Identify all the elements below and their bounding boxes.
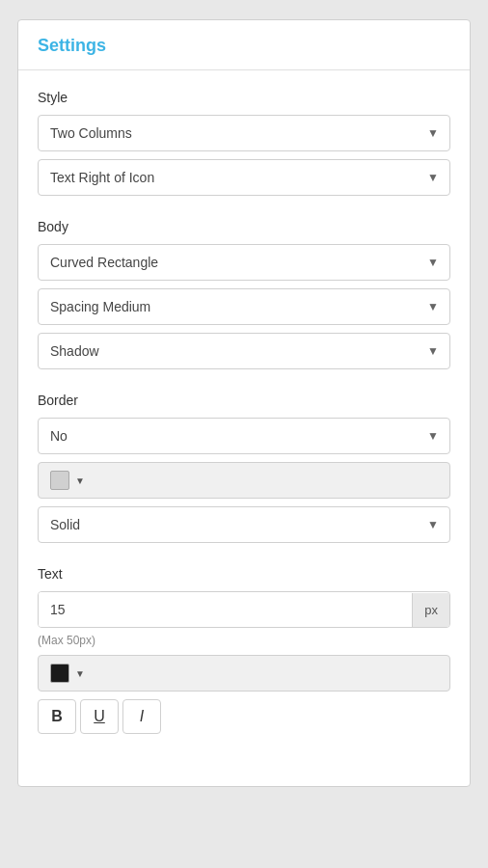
text-section-label: Text xyxy=(38,566,450,582)
border-style-select[interactable]: Solid Dashed Dotted xyxy=(38,506,450,543)
panel-content: Style Two Columns One Column Three Colum… xyxy=(18,70,470,734)
spacing-select[interactable]: Spacing Medium Spacing Small Spacing Lar… xyxy=(38,288,450,325)
icon-position-select[interactable]: Text Right of Icon Text Below Icon Icon … xyxy=(38,159,450,196)
border-color-arrow: ▼ xyxy=(75,475,85,486)
panel-header: Settings xyxy=(18,20,470,70)
shadow-select-wrapper: Shadow No Shadow Large Shadow ▼ xyxy=(38,333,450,369)
panel-title: Settings xyxy=(38,36,106,55)
shape-select[interactable]: Curved Rectangle Rectangle Circle xyxy=(38,244,450,281)
columns-select-wrapper: Two Columns One Column Three Columns ▼ xyxy=(38,115,450,151)
text-color-swatch xyxy=(50,664,69,683)
border-toggle-select-wrapper: No Yes ▼ xyxy=(38,418,450,454)
font-size-input-row: px xyxy=(38,591,450,628)
shape-select-wrapper: Curved Rectangle Rectangle Circle ▼ xyxy=(38,244,450,281)
border-toggle-select[interactable]: No Yes xyxy=(38,418,450,454)
underline-button[interactable]: U xyxy=(80,699,119,734)
body-section-label: Body xyxy=(38,219,450,234)
text-color-arrow: ▼ xyxy=(75,668,85,679)
border-section: Border No Yes ▼ ▼ Solid Dashed Dotted ▼ xyxy=(38,393,450,543)
columns-select[interactable]: Two Columns One Column Three Columns xyxy=(38,115,450,151)
settings-panel: Settings Style Two Columns One Column Th… xyxy=(17,19,471,787)
spacing-select-wrapper: Spacing Medium Spacing Small Spacing Lar… xyxy=(38,288,450,325)
body-section: Body Curved Rectangle Rectangle Circle ▼… xyxy=(38,219,450,369)
icon-position-select-wrapper: Text Right of Icon Text Below Icon Icon … xyxy=(38,159,450,196)
style-section-label: Style xyxy=(38,90,450,105)
border-style-select-wrapper: Solid Dashed Dotted ▼ xyxy=(38,506,450,543)
font-size-hint: (Max 50px) xyxy=(38,634,450,647)
font-size-input[interactable] xyxy=(39,592,412,627)
bold-button[interactable]: B xyxy=(38,699,76,734)
style-section: Style Two Columns One Column Three Colum… xyxy=(38,90,450,196)
border-color-swatch xyxy=(50,471,69,490)
italic-button[interactable]: I xyxy=(122,699,161,734)
border-color-picker[interactable]: ▼ xyxy=(38,462,450,499)
border-section-label: Border xyxy=(38,393,450,408)
text-format-row: B U I xyxy=(38,699,450,734)
shadow-select[interactable]: Shadow No Shadow Large Shadow xyxy=(38,333,450,369)
text-section: Text px (Max 50px) ▼ B U I xyxy=(38,566,450,734)
font-size-suffix: px xyxy=(412,593,449,627)
text-color-picker[interactable]: ▼ xyxy=(38,655,450,692)
